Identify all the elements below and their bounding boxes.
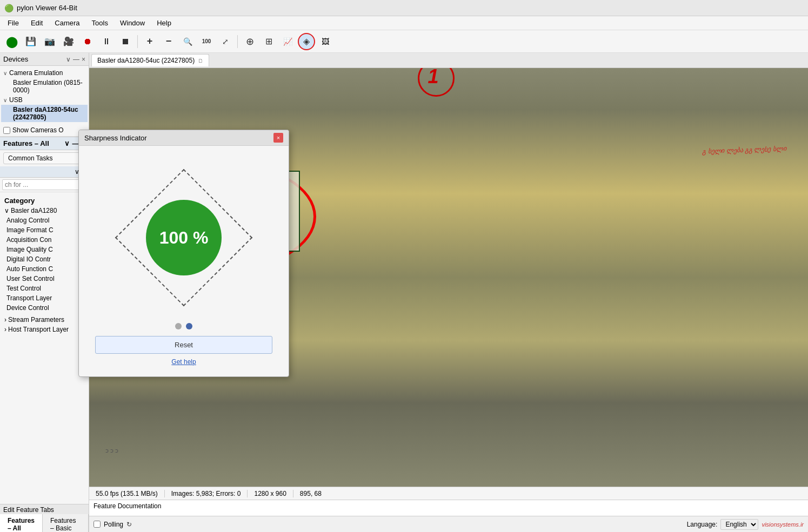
tree-basler-emulation[interactable]: Basler Emulation (0815-0000) [1, 78, 88, 95]
zoom-out-button[interactable]: − [160, 33, 177, 50]
sharpness-button[interactable]: ◈ [298, 33, 315, 50]
bottom-label-text: ↄ ↄ ↄ [105, 447, 118, 454]
tree-label: Basler daA1280-54uc (22427805) [13, 106, 85, 121]
polling-section: Polling ↻ [94, 521, 132, 528]
devices-label: Devices [3, 55, 28, 63]
tree-label: Basler Emulation (0815-0000) [13, 79, 85, 94]
polling-label: Polling [104, 521, 123, 528]
category-section: Category ∨ Basler daA1280 Analog Control… [0, 192, 89, 335]
line-profile-button[interactable]: 📈 [279, 33, 296, 50]
camera-tab-close[interactable]: 🗋 [198, 58, 203, 64]
tree-usb[interactable]: ∨ USB [1, 95, 88, 105]
sharpness-dialog[interactable]: Sharpness Indicator × 100 % Reset Get he… [78, 130, 289, 377]
show-cameras-checkbox[interactable] [3, 127, 10, 134]
video-button[interactable]: 🎥 [60, 33, 77, 50]
snapshot-button[interactable]: 📷 [41, 33, 58, 50]
chevron-down-icon: ∨ [3, 70, 7, 76]
menu-camera[interactable]: Camera [49, 18, 85, 28]
menu-window[interactable]: Window [115, 18, 150, 28]
tree-label: Camera Emulation [9, 69, 63, 77]
separator-2 [237, 35, 238, 48]
category-device-control[interactable]: Device Control [2, 303, 86, 313]
devices-collapse[interactable]: ∨ [66, 56, 71, 63]
category-image-format[interactable]: Image Format C [2, 225, 86, 235]
left-panel: Devices ∨ — × ∨ Camera Emulation Basler … [0, 53, 89, 532]
devices-close[interactable]: × [82, 56, 85, 63]
language-label: Language: [687, 521, 718, 528]
category-image-quality[interactable]: Image Quality C [2, 245, 86, 254]
zoom-actual-button[interactable]: ⤢ [217, 33, 234, 50]
devices-controls: ∨ — × [66, 56, 85, 63]
dialog-dots [175, 323, 192, 329]
category-user-set[interactable]: User Set Control [2, 274, 86, 284]
record-button[interactable]: ⏺ [79, 33, 96, 50]
menu-help[interactable]: Help [151, 18, 177, 28]
features-collapse[interactable]: ∨ [64, 139, 70, 147]
tab-features-all[interactable]: Features – All [0, 514, 43, 532]
separator-1 [137, 35, 138, 48]
show-cameras-label: Show Cameras O [12, 126, 64, 134]
grid-button[interactable]: ⊞ [260, 33, 277, 50]
save-button[interactable]: 💾 [22, 33, 39, 50]
category-camera-node[interactable]: ∨ Basler daA1280 [2, 206, 86, 216]
category-host-label: Host Transport Layer [8, 326, 69, 333]
tree-camera-selected[interactable]: Basler daA1280-54uc (22427805) [1, 105, 88, 122]
coords-status: 895, 68 [293, 490, 328, 497]
chevron-right-icon: › [4, 326, 6, 333]
tab-features-basic[interactable]: Features – Basic [43, 514, 89, 532]
resolution-status: 1280 x 960 [248, 490, 293, 497]
sharpness-circle: 100 % [146, 200, 222, 275]
category-host-transport[interactable]: › Host Transport Layer [2, 325, 86, 334]
menu-edit[interactable]: Edit [25, 18, 48, 28]
common-tasks-button[interactable]: Common Tasks › [3, 152, 85, 164]
stop-button[interactable]: ⏹ [117, 33, 134, 50]
chevron-down-icon: ∨ [3, 97, 7, 103]
dialog-dot-2[interactable] [186, 323, 192, 329]
zoom-fit-button[interactable]: 🔍 [179, 33, 196, 50]
toggle-button[interactable]: ⬤ [3, 33, 21, 50]
menu-bar: File Edit Camera Tools Window Help [0, 16, 808, 30]
toolbar: ⬤ 💾 📷 🎥 ⏺ ⏸ ⏹ + − 🔍 100 ⤢ ⊕ ⊞ 📈 ◈ 🖼 [0, 30, 808, 53]
language-section: Language: English visionsystems.ir [687, 519, 804, 530]
second-panel-header: ∨ × [0, 166, 89, 178]
polling-checkbox[interactable] [94, 521, 101, 528]
category-transport-layer[interactable]: Transport Layer [2, 293, 86, 303]
annotation-1: 1 [428, 68, 438, 88]
dialog-dot-1[interactable] [175, 323, 182, 329]
feature-doc: Feature Documentation [89, 500, 808, 516]
menu-file[interactable]: File [2, 18, 24, 28]
category-stream-params[interactable]: › Stream Parameters › [2, 315, 86, 325]
category-analog[interactable]: Analog Control [2, 216, 86, 225]
camera-tab[interactable]: Basler daA1280-54uc (22427805) 🗋 [91, 54, 209, 66]
category-digital-io[interactable]: Digital IO Contr [2, 254, 86, 264]
refresh-icon[interactable]: ↻ [126, 521, 132, 528]
pause-button[interactable]: ⏸ [98, 33, 115, 50]
crosshair-button[interactable]: ⊕ [241, 33, 258, 50]
zoom-100-button[interactable]: 100 [198, 33, 215, 50]
dialog-reset-button[interactable]: Reset [95, 336, 272, 354]
chevron-right-icon: › [4, 316, 6, 324]
camera-tab-label: Basler daA1280-54uc (22427805) [97, 57, 195, 64]
dialog-close-button[interactable]: × [273, 133, 283, 143]
watermark: visionsystems.ir [762, 521, 804, 528]
features-title: Features – All [3, 139, 49, 147]
language-select[interactable]: English [720, 519, 758, 530]
title-bar: 🟢 pylon Viewer 64-Bit [0, 0, 808, 16]
bottom-tabs-row: Features – All Features – Basic [0, 516, 89, 532]
search-input[interactable] [2, 179, 89, 190]
fps-status: 55.0 fps (135.1 MB/s) [89, 490, 165, 497]
menu-tools[interactable]: Tools [86, 18, 113, 28]
features-header: Features – All ∨ — × [0, 137, 89, 150]
tree-camera-emulation[interactable]: ∨ Camera Emulation [1, 68, 88, 78]
category-stream-label: Stream Parameters [8, 316, 64, 324]
zoom-in-button[interactable]: + [141, 33, 158, 50]
dialog-title-bar: Sharpness Indicator × [79, 130, 289, 146]
dialog-help-link[interactable]: Get help [171, 358, 196, 366]
images-status: Images: 5,983; Errors: 0 [165, 490, 248, 497]
category-acquisition[interactable]: Acquisition Con [2, 235, 86, 245]
image-adjust-button[interactable]: 🖼 [317, 33, 334, 50]
show-cameras-row: Show Cameras O [0, 124, 89, 137]
devices-minimize[interactable]: — [73, 56, 79, 63]
category-test-control[interactable]: Test Control [2, 284, 86, 293]
category-auto-function[interactable]: Auto Function C [2, 264, 86, 274]
